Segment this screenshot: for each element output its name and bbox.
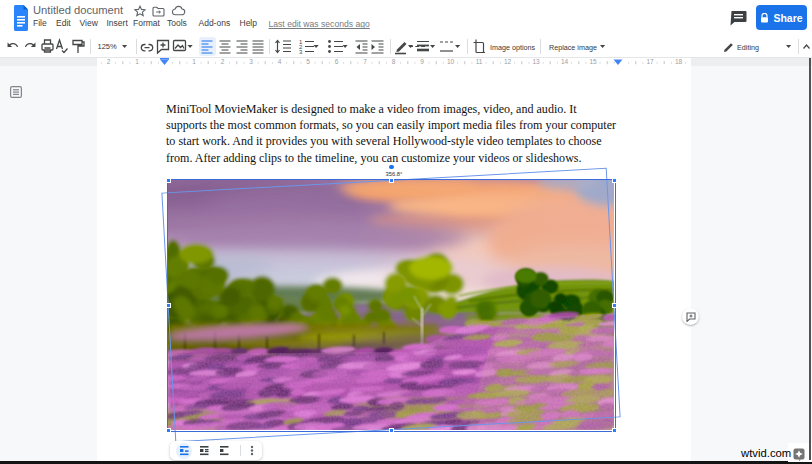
svg-text:11: 11 — [476, 58, 483, 65]
svg-text:12: 12 — [504, 58, 512, 65]
svg-text:2: 2 — [221, 58, 225, 65]
svg-text:15: 15 — [589, 58, 597, 65]
svg-text:3: 3 — [299, 49, 303, 55]
svg-text:7: 7 — [363, 58, 367, 65]
svg-text:4: 4 — [278, 58, 282, 65]
svg-text:18: 18 — [675, 58, 683, 65]
svg-text:13: 13 — [532, 58, 540, 65]
svg-text:14: 14 — [561, 58, 569, 65]
svg-text:9: 9 — [420, 58, 424, 65]
svg-text:10: 10 — [447, 58, 455, 65]
svg-text:3: 3 — [249, 58, 253, 65]
svg-text:2: 2 — [107, 58, 111, 65]
svg-text:5: 5 — [306, 58, 310, 65]
svg-text:1: 1 — [135, 58, 139, 65]
svg-text:8: 8 — [392, 58, 396, 65]
svg-text:6: 6 — [335, 58, 339, 65]
svg-text:1: 1 — [192, 58, 196, 65]
svg-text:17: 17 — [646, 58, 654, 65]
